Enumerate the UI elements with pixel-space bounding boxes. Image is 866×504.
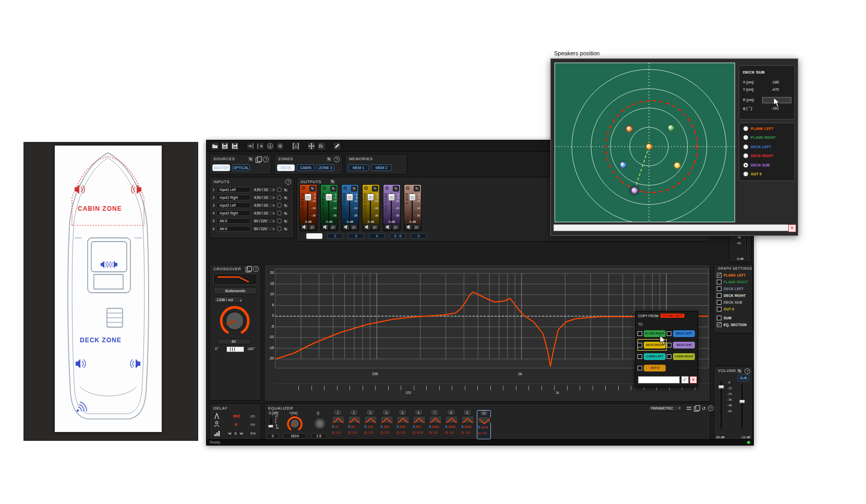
output-channel-strip[interactable]: PLANK LEFT✎- 0- 6- 12- 24- 360 dB0°: [299, 184, 317, 231]
input-monitor-icon[interactable]: [277, 187, 282, 192]
input-name-field[interactable]: Input2 Right: [216, 210, 251, 216]
speaker-dot-plank-right[interactable]: [667, 124, 675, 131]
phase-slider[interactable]: [226, 346, 244, 352]
nudge-right-button[interactable]: ►: [238, 431, 245, 436]
output-channel-strip[interactable]: DECK RIGHT✎- 0- 6- 12- 24- 360 dB0°: [362, 184, 380, 231]
phase-icon[interactable]: 0°: [330, 224, 336, 230]
eq-mode-select[interactable]: PARAMETRIC: [648, 405, 682, 411]
sources-help-icon[interactable]: ?: [263, 157, 269, 162]
export-icon[interactable]: [256, 142, 264, 150]
input-sensitivity-select[interactable]: 4,5V / 16: [252, 187, 276, 193]
input-monitor-icon[interactable]: [277, 195, 282, 200]
output-tab-2[interactable]: 2: [327, 233, 343, 239]
speaker-radio[interactable]: [743, 126, 748, 131]
input-edit-icon[interactable]: ✎: [283, 219, 288, 224]
speaker-radio[interactable]: [743, 172, 748, 176]
speaker-radio-row[interactable]: PLANK LEFT: [743, 125, 795, 133]
eq-section-checkbox-row[interactable]: EQ. SECTION: [717, 321, 747, 328]
input-sensitivity-select[interactable]: 6V / 22V: [252, 218, 276, 224]
eq-band-curve-button[interactable]: [445, 416, 458, 423]
input-name-field[interactable]: Input1 Right: [216, 195, 251, 200]
speaker-radio-row[interactable]: DECK LEFT: [743, 143, 795, 151]
zone-deck-button[interactable]: DECK: [277, 164, 295, 171]
eq-section-checkbox[interactable]: [717, 322, 721, 327]
input-edit-icon[interactable]: ✎: [283, 203, 288, 208]
mute-icon[interactable]: [405, 224, 412, 230]
import-icon[interactable]: [246, 142, 255, 150]
output-channel-strip[interactable]: DECK SUB✎- 0- 6- 12- 24- 360 dB0°: [383, 184, 401, 231]
filter-shape-button[interactable]: [213, 273, 257, 285]
crossover-frequency-knob[interactable]: [218, 304, 251, 338]
channel-monitor-icon[interactable]: [302, 186, 305, 190]
channel-edit-icon[interactable]: ✎: [393, 186, 399, 191]
graph-settings-checkbox[interactable]: [717, 280, 721, 284]
input-monitor-icon[interactable]: [277, 226, 282, 231]
crossover-help-icon[interactable]: ?: [253, 266, 259, 272]
speaker-dot-out-9[interactable]: [645, 143, 653, 150]
output-channel-strip[interactable]: PLANK RIGHT✎- 0- 6- 12- 24- 360 dB0°: [320, 184, 338, 231]
copy-cancel-button[interactable]: ✕: [690, 376, 697, 383]
input-name-field[interactable]: Input2 Left: [216, 202, 251, 208]
input-monitor-icon[interactable]: [277, 219, 282, 223]
speaker-radio[interactable]: [743, 163, 748, 167]
speaker-radio-row[interactable]: OUT 9: [743, 170, 795, 178]
graph-settings-item[interactable]: DECK SUB: [717, 299, 752, 305]
copy-target-option[interactable]: DECK LEFT: [667, 328, 696, 339]
channel-edit-icon[interactable]: ✎: [372, 186, 378, 191]
speaker-radio-row[interactable]: DECK RIGHT: [743, 152, 795, 160]
eq-band-curve-button[interactable]: [332, 416, 345, 423]
graph-settings-checkbox[interactable]: [717, 286, 721, 291]
copy-target-checkbox[interactable]: [638, 343, 642, 347]
volume-edit-icon[interactable]: ✎: [736, 368, 743, 374]
eq-band-5[interactable]: 5⇅500Q: 1.5: [396, 410, 410, 439]
sum-checkbox[interactable]: [717, 316, 721, 320]
copy-target-option[interactable]: DECK SUB: [667, 339, 696, 351]
input-sensitivity-select[interactable]: 4,5V / 16: [252, 202, 276, 208]
memory-1-button[interactable]: MEM 1: [348, 164, 369, 171]
save-as-icon[interactable]: [231, 142, 239, 150]
copy-target-checkbox[interactable]: [638, 354, 642, 359]
copy-target-checkbox[interactable]: [667, 354, 671, 359]
mute-icon[interactable]: [343, 224, 350, 230]
input-name-field[interactable]: AN 5: [216, 218, 251, 224]
output-tab-3[interactable]: 3: [348, 233, 364, 239]
output-channel-strip[interactable]: OUT 9✎- 0- 6- 12- 24- 360 dB0°: [404, 184, 422, 231]
eq-band-curve-button[interactable]: [413, 416, 426, 423]
zones-help-icon[interactable]: ?: [334, 157, 340, 162]
input-edit-icon[interactable]: ✎: [283, 195, 288, 200]
source-master-button[interactable]: MASTER: [212, 164, 230, 171]
sub-volume-handle[interactable]: [739, 400, 745, 403]
graph-settings-item[interactable]: PLANK LEFT: [717, 272, 752, 278]
copy-target-option[interactable]: CABIN RIGHT: [667, 351, 696, 362]
channel-monitor-icon[interactable]: [406, 186, 410, 190]
speaker-radio-row[interactable]: DECK SUB: [743, 161, 795, 169]
download-icon[interactable]: [266, 142, 274, 150]
channel-edit-icon[interactable]: ✎: [414, 186, 420, 191]
input-sensitivity-select[interactable]: 6V / 22V: [252, 226, 276, 232]
eq-band-7[interactable]: 7⇅2000Q: 1.5: [428, 410, 442, 439]
mute-icon[interactable]: [301, 224, 308, 230]
channel-edit-icon[interactable]: ✎: [351, 186, 357, 191]
copy-target-checkbox[interactable]: [638, 331, 642, 336]
speaker-radio[interactable]: [743, 135, 748, 140]
channel-edit-icon[interactable]: ✎: [330, 186, 336, 191]
graph-settings-checkbox[interactable]: [717, 293, 721, 298]
speaker-radio[interactable]: [743, 153, 748, 158]
eq-band-9[interactable]: 9⇅8000Q: 1.5: [461, 410, 475, 439]
horizontal-scrollbar[interactable]: [554, 224, 789, 231]
graph-settings-checkbox[interactable]: [717, 300, 721, 305]
functions-icon[interactable]: fx: [317, 142, 326, 150]
phase-icon[interactable]: 0°: [371, 224, 378, 230]
input-monitor-icon[interactable]: [277, 211, 282, 215]
input-name-field[interactable]: AN 6: [216, 226, 251, 232]
volume-help-icon[interactable]: ?: [744, 368, 750, 374]
output-tab-9[interactable]: 9: [411, 233, 427, 239]
master-volume-handle[interactable]: [718, 385, 724, 389]
sources-copy-icon[interactable]: [256, 157, 261, 162]
eq-band-curve-button[interactable]: [364, 416, 377, 423]
inputs-help-icon[interactable]: ?: [285, 179, 291, 185]
save-icon[interactable]: [221, 142, 229, 150]
code-info-icon[interactable]: [292, 142, 300, 150]
move-icon[interactable]: [307, 142, 316, 150]
filter-type-select[interactable]: Butterworth: [213, 287, 257, 294]
